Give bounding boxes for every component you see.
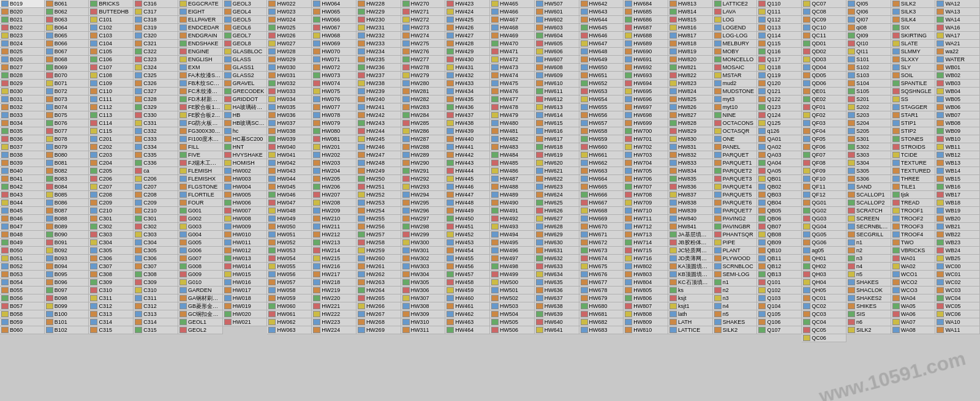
list-item[interactable]: WCO2 xyxy=(891,279,936,287)
list-item[interactable]: HW689 xyxy=(624,40,668,48)
list-item[interactable]: HW660 xyxy=(579,143,624,151)
list-item[interactable]: HW016 xyxy=(223,279,268,287)
list-item[interactable]: LAVA xyxy=(713,8,758,16)
list-item[interactable]: HW667 xyxy=(579,199,624,207)
list-item[interactable]: HW836 xyxy=(668,183,713,191)
list-item[interactable]: WB15 xyxy=(935,175,980,183)
list-item[interactable]: HW044 xyxy=(267,175,312,183)
list-item[interactable]: HW690 xyxy=(624,48,668,56)
list-item[interactable]: HW052 xyxy=(267,239,312,247)
list-item[interactable]: G006 xyxy=(178,247,223,255)
list-item[interactable]: HW826 xyxy=(668,103,713,111)
list-item[interactable]: HW270 xyxy=(401,0,446,8)
list-item[interactable]: HW457 xyxy=(445,271,490,279)
list-item[interactable]: HW655 xyxy=(579,103,624,111)
list-item[interactable]: HW613 xyxy=(535,103,579,111)
list-item[interactable]: HW005 xyxy=(223,191,268,199)
list-item[interactable]: HW632 xyxy=(535,255,579,263)
list-item[interactable]: B021 xyxy=(0,16,45,24)
list-item[interactable]: HW648 xyxy=(579,48,624,56)
list-item[interactable]: SCALLOP2 xyxy=(846,199,891,207)
list-item[interactable]: n2 xyxy=(846,247,891,255)
list-item[interactable]: HW833 xyxy=(668,159,713,167)
list-item[interactable]: HW700 xyxy=(624,127,668,135)
list-item[interactable]: C204 xyxy=(89,159,134,167)
list-item[interactable]: STAR1 xyxy=(891,111,936,119)
list-item[interactable]: HW230 xyxy=(356,16,401,24)
list-item[interactable]: WA10 xyxy=(935,318,980,326)
list-item[interactable]: HW614 xyxy=(535,111,579,119)
list-item[interactable]: C317 xyxy=(134,8,178,16)
list-item[interactable]: HW235 xyxy=(356,56,401,64)
list-item[interactable]: HW825 xyxy=(668,96,713,103)
list-item[interactable]: QG04 xyxy=(802,223,846,231)
list-item[interactable]: HW043 xyxy=(267,167,312,175)
list-item[interactable]: HW255 xyxy=(356,215,401,223)
list-item[interactable]: NINE xyxy=(713,111,758,119)
list-item[interactable]: QE01 xyxy=(802,88,846,96)
list-item[interactable]: HW247 xyxy=(356,151,401,159)
list-item[interactable]: HW233 xyxy=(356,40,401,48)
list-item[interactable]: HW019 xyxy=(223,302,268,310)
list-item[interactable]: HW281 xyxy=(401,88,446,96)
list-item[interactable]: HW202 xyxy=(312,151,356,159)
list-item[interactable]: HW714 xyxy=(624,239,668,247)
list-item[interactable]: HW027 xyxy=(267,40,312,48)
list-item[interactable]: SEMI-LOG xyxy=(713,271,758,279)
list-item[interactable]: HW676 xyxy=(579,271,624,279)
list-item[interactable]: S302 xyxy=(846,143,891,151)
list-item[interactable]: STIP1 xyxy=(891,119,936,127)
list-item[interactable]: C208 xyxy=(89,191,134,199)
list-item[interactable]: C105 xyxy=(89,48,134,56)
list-item[interactable]: C108 xyxy=(89,72,134,80)
list-item[interactable]: SHIKES xyxy=(846,302,891,310)
list-item[interactable]: QD06 xyxy=(802,80,846,88)
list-item[interactable]: B036 xyxy=(0,135,45,143)
list-item[interactable]: HW285 xyxy=(401,119,446,127)
list-item[interactable]: C301 xyxy=(89,215,134,223)
list-item[interactable]: HW617 xyxy=(535,135,579,143)
list-item[interactable]: HW708 xyxy=(624,191,668,199)
list-item[interactable]: C110 xyxy=(89,88,134,96)
list-item[interactable]: WA07 xyxy=(891,318,936,326)
list-item[interactable]: SILK2 xyxy=(846,326,891,334)
list-item[interactable]: HW069 xyxy=(312,40,356,48)
list-item[interactable]: QF01 xyxy=(802,103,846,111)
list-item[interactable]: QG03 xyxy=(802,215,846,223)
list-item[interactable]: HW448 xyxy=(445,199,490,207)
list-item[interactable]: HW673 xyxy=(579,247,624,255)
list-item[interactable]: GEOL6 xyxy=(223,24,268,32)
list-item[interactable]: HW818 xyxy=(668,40,713,48)
list-item[interactable]: C306 xyxy=(89,255,134,263)
list-item[interactable]: QB06 xyxy=(757,215,802,223)
list-item[interactable]: HW638 xyxy=(535,302,579,310)
list-item[interactable]: B081 xyxy=(45,159,89,167)
list-item[interactable]: C315 xyxy=(89,326,134,334)
list-item[interactable]: HW619 xyxy=(535,151,579,159)
list-item[interactable]: HW506 xyxy=(490,326,535,334)
list-item[interactable]: S205 xyxy=(846,127,891,135)
list-item[interactable]: HW640 xyxy=(535,318,579,326)
list-item[interactable]: Q101 xyxy=(757,279,802,287)
list-item[interactable]: B095 xyxy=(45,271,89,279)
list-item[interactable]: HW454 xyxy=(445,247,490,255)
list-item[interactable]: GEOL2 xyxy=(178,326,223,334)
list-item[interactable]: TEXTURED xyxy=(891,167,936,175)
list-item[interactable]: S203 xyxy=(846,111,891,119)
list-item[interactable]: C201 xyxy=(89,135,134,143)
list-item[interactable]: C329 xyxy=(134,103,178,111)
list-item[interactable]: HW463 xyxy=(445,318,490,326)
list-item[interactable]: HW610 xyxy=(535,80,579,88)
list-item[interactable]: B037 xyxy=(0,143,45,151)
list-item[interactable]: WCO1 xyxy=(891,271,936,279)
list-item[interactable]: C209 xyxy=(89,199,134,207)
list-item[interactable]: Q122 xyxy=(757,96,802,103)
list-item[interactable]: HW456 xyxy=(445,263,490,271)
list-item[interactable]: HW423 xyxy=(445,0,490,8)
list-item[interactable]: WA11 xyxy=(935,326,980,334)
list-item[interactable]: HW646 xyxy=(579,32,624,40)
list-item[interactable]: C206 xyxy=(89,175,134,183)
list-item[interactable]: HW018 xyxy=(223,294,268,302)
list-item[interactable]: B044 xyxy=(0,199,45,207)
list-item[interactable]: FLGSTONE xyxy=(178,183,223,191)
